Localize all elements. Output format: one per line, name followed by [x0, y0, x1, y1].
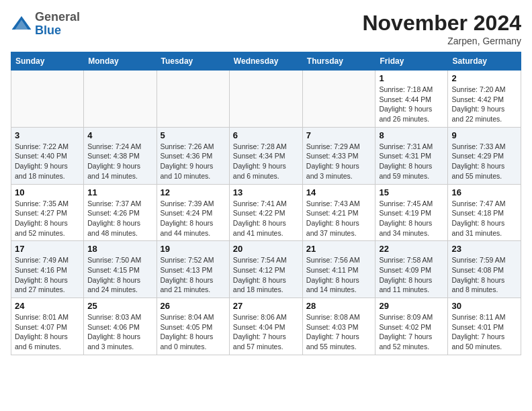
calendar-week-row: 17Sunrise: 7:49 AM Sunset: 4:16 PM Dayli…	[11, 241, 521, 298]
calendar-cell: 26Sunrise: 8:04 AM Sunset: 4:05 PM Dayli…	[157, 298, 229, 355]
day-number: 5	[161, 130, 226, 140]
day-number: 29	[379, 301, 444, 311]
calendar-week-row: 10Sunrise: 7:35 AM Sunset: 4:27 PM Dayli…	[11, 184, 521, 241]
calendar-cell	[84, 71, 157, 128]
calendar-week-row: 3Sunrise: 7:22 AM Sunset: 4:40 PM Daylig…	[11, 127, 521, 184]
calendar-cell: 11Sunrise: 7:37 AM Sunset: 4:26 PM Dayli…	[84, 184, 157, 241]
day-info: Sunrise: 7:49 AM Sunset: 4:16 PM Dayligh…	[15, 255, 80, 295]
day-info: Sunrise: 7:43 AM Sunset: 4:21 PM Dayligh…	[306, 199, 372, 238]
day-number: 19	[161, 244, 226, 254]
day-number: 22	[379, 244, 444, 254]
calendar-cell: 22Sunrise: 7:58 AM Sunset: 4:09 PM Dayli…	[375, 241, 448, 298]
day-info: Sunrise: 7:52 AM Sunset: 4:13 PM Dayligh…	[161, 255, 226, 295]
day-info: Sunrise: 7:59 AM Sunset: 4:08 PM Dayligh…	[451, 255, 517, 295]
day-number: 28	[306, 301, 372, 311]
col-header-thursday: Thursday	[302, 52, 375, 71]
calendar-cell	[229, 71, 302, 128]
day-info: Sunrise: 7:29 AM Sunset: 4:33 PM Dayligh…	[306, 142, 372, 181]
day-number: 3	[15, 130, 80, 140]
day-info: Sunrise: 7:24 AM Sunset: 4:38 PM Dayligh…	[87, 142, 152, 181]
day-number: 18	[87, 244, 152, 254]
day-number: 30	[451, 301, 517, 311]
logo-text: General Blue	[35, 11, 80, 38]
calendar-cell: 12Sunrise: 7:39 AM Sunset: 4:24 PM Dayli…	[157, 184, 229, 241]
calendar-cell: 2Sunrise: 7:20 AM Sunset: 4:42 PM Daylig…	[448, 71, 521, 128]
calendar-cell: 23Sunrise: 7:59 AM Sunset: 4:08 PM Dayli…	[448, 241, 521, 298]
col-header-monday: Monday	[84, 52, 157, 71]
day-number: 14	[306, 187, 372, 197]
logo: General Blue	[11, 11, 80, 38]
day-info: Sunrise: 7:28 AM Sunset: 4:34 PM Dayligh…	[233, 142, 299, 181]
col-header-tuesday: Tuesday	[157, 52, 229, 71]
day-number: 21	[306, 244, 372, 254]
col-header-friday: Friday	[375, 52, 448, 71]
calendar-cell: 30Sunrise: 8:11 AM Sunset: 4:01 PM Dayli…	[448, 298, 521, 355]
day-number: 27	[233, 301, 299, 311]
logo-blue: Blue	[35, 24, 61, 37]
day-number: 6	[233, 130, 299, 140]
calendar-week-row: 1Sunrise: 7:18 AM Sunset: 4:44 PM Daylig…	[11, 71, 521, 128]
calendar-cell: 19Sunrise: 7:52 AM Sunset: 4:13 PM Dayli…	[157, 241, 229, 298]
title-area: November 2024 Zarpen, Germany	[362, 11, 521, 46]
day-number: 15	[379, 187, 444, 197]
day-info: Sunrise: 8:08 AM Sunset: 4:03 PM Dayligh…	[306, 312, 372, 352]
day-number: 1	[379, 73, 444, 83]
day-info: Sunrise: 8:04 AM Sunset: 4:05 PM Dayligh…	[161, 312, 226, 352]
day-info: Sunrise: 7:47 AM Sunset: 4:18 PM Dayligh…	[451, 199, 517, 238]
month-title: November 2024	[362, 11, 521, 36]
calendar-cell: 28Sunrise: 8:08 AM Sunset: 4:03 PM Dayli…	[302, 298, 375, 355]
logo-icon	[11, 13, 32, 35]
day-number: 8	[379, 130, 444, 140]
day-info: Sunrise: 7:37 AM Sunset: 4:26 PM Dayligh…	[87, 199, 152, 238]
calendar-cell: 21Sunrise: 7:56 AM Sunset: 4:11 PM Dayli…	[302, 241, 375, 298]
calendar-cell: 5Sunrise: 7:26 AM Sunset: 4:36 PM Daylig…	[157, 127, 229, 184]
calendar-cell: 17Sunrise: 7:49 AM Sunset: 4:16 PM Dayli…	[11, 241, 84, 298]
day-number: 2	[451, 73, 517, 83]
day-info: Sunrise: 7:39 AM Sunset: 4:24 PM Dayligh…	[161, 199, 226, 238]
day-info: Sunrise: 7:22 AM Sunset: 4:40 PM Dayligh…	[15, 142, 80, 181]
day-number: 23	[451, 244, 517, 254]
calendar-cell: 24Sunrise: 8:01 AM Sunset: 4:07 PM Dayli…	[11, 298, 84, 355]
location: Zarpen, Germany	[362, 36, 521, 46]
calendar-cell	[11, 71, 84, 128]
day-number: 17	[15, 244, 80, 254]
day-info: Sunrise: 7:31 AM Sunset: 4:31 PM Dayligh…	[379, 142, 444, 181]
calendar-week-row: 24Sunrise: 8:01 AM Sunset: 4:07 PM Dayli…	[11, 298, 521, 355]
calendar-cell: 18Sunrise: 7:50 AM Sunset: 4:15 PM Dayli…	[84, 241, 157, 298]
day-number: 10	[15, 187, 80, 197]
calendar-cell: 6Sunrise: 7:28 AM Sunset: 4:34 PM Daylig…	[229, 127, 302, 184]
calendar-cell: 8Sunrise: 7:31 AM Sunset: 4:31 PM Daylig…	[375, 127, 448, 184]
day-number: 12	[161, 187, 226, 197]
calendar-cell: 9Sunrise: 7:33 AM Sunset: 4:29 PM Daylig…	[448, 127, 521, 184]
col-header-wednesday: Wednesday	[229, 52, 302, 71]
day-number: 16	[451, 187, 517, 197]
day-number: 13	[233, 187, 299, 197]
calendar-header-row: SundayMondayTuesdayWednesdayThursdayFrid…	[11, 52, 521, 71]
day-info: Sunrise: 8:09 AM Sunset: 4:02 PM Dayligh…	[379, 312, 444, 352]
day-info: Sunrise: 8:11 AM Sunset: 4:01 PM Dayligh…	[451, 312, 517, 352]
day-info: Sunrise: 7:45 AM Sunset: 4:19 PM Dayligh…	[379, 199, 444, 238]
day-info: Sunrise: 7:20 AM Sunset: 4:42 PM Dayligh…	[451, 85, 517, 124]
calendar-cell: 15Sunrise: 7:45 AM Sunset: 4:19 PM Dayli…	[375, 184, 448, 241]
day-number: 20	[233, 244, 299, 254]
calendar-cell	[302, 71, 375, 128]
calendar-cell: 1Sunrise: 7:18 AM Sunset: 4:44 PM Daylig…	[375, 71, 448, 128]
col-header-saturday: Saturday	[448, 52, 521, 71]
day-info: Sunrise: 8:01 AM Sunset: 4:07 PM Dayligh…	[15, 312, 80, 352]
day-info: Sunrise: 8:03 AM Sunset: 4:06 PM Dayligh…	[87, 312, 152, 352]
calendar-cell: 20Sunrise: 7:54 AM Sunset: 4:12 PM Dayli…	[229, 241, 302, 298]
day-number: 11	[87, 187, 152, 197]
day-info: Sunrise: 7:56 AM Sunset: 4:11 PM Dayligh…	[306, 255, 372, 295]
day-number: 25	[87, 301, 152, 311]
day-info: Sunrise: 7:26 AM Sunset: 4:36 PM Dayligh…	[161, 142, 226, 181]
calendar-cell: 14Sunrise: 7:43 AM Sunset: 4:21 PM Dayli…	[302, 184, 375, 241]
day-number: 24	[15, 301, 80, 311]
day-number: 7	[306, 130, 372, 140]
day-info: Sunrise: 7:33 AM Sunset: 4:29 PM Dayligh…	[451, 142, 517, 181]
calendar-cell: 13Sunrise: 7:41 AM Sunset: 4:22 PM Dayli…	[229, 184, 302, 241]
logo-general: General	[35, 10, 80, 24]
calendar-cell: 4Sunrise: 7:24 AM Sunset: 4:38 PM Daylig…	[84, 127, 157, 184]
calendar-cell: 29Sunrise: 8:09 AM Sunset: 4:02 PM Dayli…	[375, 298, 448, 355]
day-info: Sunrise: 7:18 AM Sunset: 4:44 PM Dayligh…	[379, 85, 444, 124]
calendar-cell: 7Sunrise: 7:29 AM Sunset: 4:33 PM Daylig…	[302, 127, 375, 184]
